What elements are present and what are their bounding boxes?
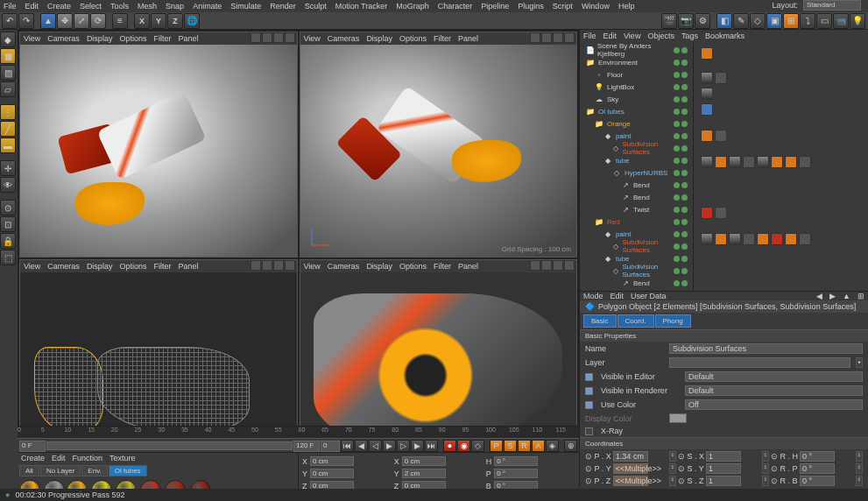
ch-field[interactable]	[494, 456, 538, 466]
menu-character[interactable]: Character	[438, 2, 473, 11]
tag-icon[interactable]	[701, 47, 713, 60]
tree-item[interactable]: 📁Orange	[582, 117, 691, 130]
viewport-top[interactable]: ViewCamerasDisplayOptionsFilterPanel Gri…	[300, 32, 578, 258]
rot-key-button[interactable]: R	[518, 440, 531, 452]
cx-field[interactable]	[310, 456, 354, 466]
tree-item[interactable]: ↗Bend	[582, 191, 691, 203]
edges-mode-button[interactable]: ╱	[0, 121, 16, 137]
tab-basic[interactable]: Basic	[583, 314, 617, 328]
render-picture-button[interactable]: 📷	[678, 13, 694, 29]
nav-up-icon[interactable]: ▲	[843, 292, 850, 300]
tree-item[interactable]: ↗Bend	[582, 277, 691, 289]
tree-item[interactable]: ▫Floor	[582, 68, 691, 81]
tree-item[interactable]: ◇HyperNURBS	[582, 166, 691, 179]
sx-field[interactable]: 1	[706, 451, 741, 462]
model-mode-button[interactable]: ▦	[0, 48, 16, 64]
tl-start-field[interactable]: 0 F	[19, 441, 46, 452]
timeline-ruler[interactable]: 0510152025303540455055606570758085909510…	[18, 427, 579, 439]
tab-coord[interactable]: Coord.	[617, 314, 654, 328]
coord-system-button[interactable]: 🌐	[184, 13, 200, 29]
csx-field[interactable]	[402, 456, 446, 466]
menu-motiontracker[interactable]: Motion Tracker	[335, 2, 388, 11]
bend-button[interactable]: ⤵	[800, 13, 815, 29]
tree-item[interactable]: ↗Twist	[582, 203, 691, 215]
next-key-button[interactable]: ▶	[411, 440, 424, 452]
extrude-button[interactable]: ▣	[766, 13, 782, 29]
make-editable-button[interactable]: ◆	[0, 32, 16, 47]
render-settings-button[interactable]: ⚙	[695, 13, 710, 29]
array-button[interactable]: ⊞	[783, 13, 799, 29]
pos-key-button[interactable]: P	[490, 440, 503, 452]
prev-key-button[interactable]: ◀	[355, 440, 368, 452]
axis-button[interactable]: ✛	[0, 160, 16, 176]
nav-back-icon[interactable]: ◀	[816, 292, 822, 300]
subdivision-button[interactable]: ◇	[750, 13, 766, 29]
xray-check[interactable]	[585, 427, 593, 435]
mat-tab-nolayer[interactable]: No Layer	[40, 465, 81, 476]
tree-item[interactable]: 💡LightBox	[582, 81, 691, 93]
sz-field[interactable]: 1	[706, 476, 741, 486]
layout-select[interactable]: Standard	[803, 0, 861, 11]
py-field[interactable]: <<Multiple>>	[613, 463, 648, 474]
camera-button[interactable]: 📹	[833, 13, 849, 29]
vis-render-select[interactable]: Default	[685, 385, 863, 396]
menu-tools[interactable]: Tools	[110, 2, 129, 11]
tl-end-field[interactable]: 120 F	[293, 441, 320, 452]
locked-workplane-button[interactable]: 🔒	[0, 233, 16, 249]
timeline-scrollbar[interactable]	[46, 441, 293, 450]
set-key-button[interactable]: ⊕	[564, 440, 577, 452]
menu-plugins[interactable]: Plugins	[518, 2, 544, 11]
vis-editor-check[interactable]	[585, 373, 593, 381]
menu-window[interactable]: Window	[582, 2, 610, 11]
record-button[interactable]: ●	[443, 440, 456, 452]
keyframe-sel-button[interactable]: ◇	[471, 440, 484, 452]
menu-select[interactable]: Select	[80, 2, 102, 11]
sy-field[interactable]: 1	[706, 463, 741, 474]
menu-script[interactable]: Script	[553, 2, 573, 11]
mat-tab-env[interactable]: Env.	[81, 465, 107, 476]
tree-item[interactable]: ☁Sky	[582, 93, 691, 105]
tree-item[interactable]: ◇Subdivision Surfaces	[582, 142, 691, 154]
menu-simulate[interactable]: Simulate	[230, 2, 261, 11]
points-mode-button[interactable]: ⋮	[0, 104, 16, 120]
pla-key-button[interactable]: ◈	[546, 440, 559, 452]
menu-create[interactable]: Create	[47, 2, 71, 11]
color-swatch[interactable]	[669, 413, 687, 423]
viewport-perspective[interactable]: View Cameras Display Options Filter Pane…	[19, 32, 298, 258]
menu-help[interactable]: Help	[618, 2, 635, 11]
live-select-button[interactable]: ▲	[40, 13, 56, 29]
vis-editor-select[interactable]: Default	[685, 371, 863, 382]
undo-button[interactable]: ↶	[2, 13, 18, 29]
menu-pipeline[interactable]: Pipeline	[481, 2, 509, 11]
tree-item[interactable]: ◇Subdivision Surfaces	[582, 265, 691, 277]
tab-phong[interactable]: Phong	[655, 314, 691, 328]
rp-field[interactable]: 0 °	[800, 463, 835, 474]
mat-tab-oltubes[interactable]: Ol tubes	[109, 465, 147, 476]
snap-button[interactable]: ⊙	[0, 200, 16, 215]
tree-item[interactable]: ◇Subdivision Surfaces	[582, 240, 691, 252]
rotate-button[interactable]: ⟳	[90, 13, 106, 29]
texture-mode-button[interactable]: ▨	[0, 65, 16, 81]
cube-button[interactable]: ◧	[716, 13, 732, 29]
goto-end-button[interactable]: ⏭	[425, 440, 438, 452]
move-button[interactable]: ✥	[57, 13, 73, 29]
new-window-icon[interactable]: ⊞	[857, 292, 864, 300]
workplane-snap-button[interactable]: ⊡	[0, 216, 16, 232]
obj-menu-file[interactable]: File	[583, 32, 596, 40]
x-lock-button[interactable]: X	[134, 13, 150, 29]
prev-frame-button[interactable]: ◁	[369, 440, 382, 452]
tree-item[interactable]: ◆tube	[582, 154, 691, 166]
polys-mode-button[interactable]: ▬	[0, 138, 16, 153]
floor-button[interactable]: ▭	[816, 13, 832, 29]
scale-button[interactable]: ⤢	[74, 13, 89, 29]
cp-field[interactable]	[494, 469, 538, 478]
use-color-select[interactable]: Off	[685, 399, 863, 410]
px-field[interactable]: 1.34 cm	[613, 451, 648, 462]
render-view-button[interactable]: 🎬	[661, 13, 677, 29]
viewport-solo-button[interactable]: 👁	[0, 177, 16, 193]
y-lock-button[interactable]: Y	[151, 13, 166, 29]
menu-edit[interactable]: Edit	[25, 2, 39, 11]
nav-fwd-icon[interactable]: ▶	[829, 292, 836, 300]
scale-key-button[interactable]: S	[504, 440, 517, 452]
menu-mesh[interactable]: Mesh	[138, 2, 157, 11]
